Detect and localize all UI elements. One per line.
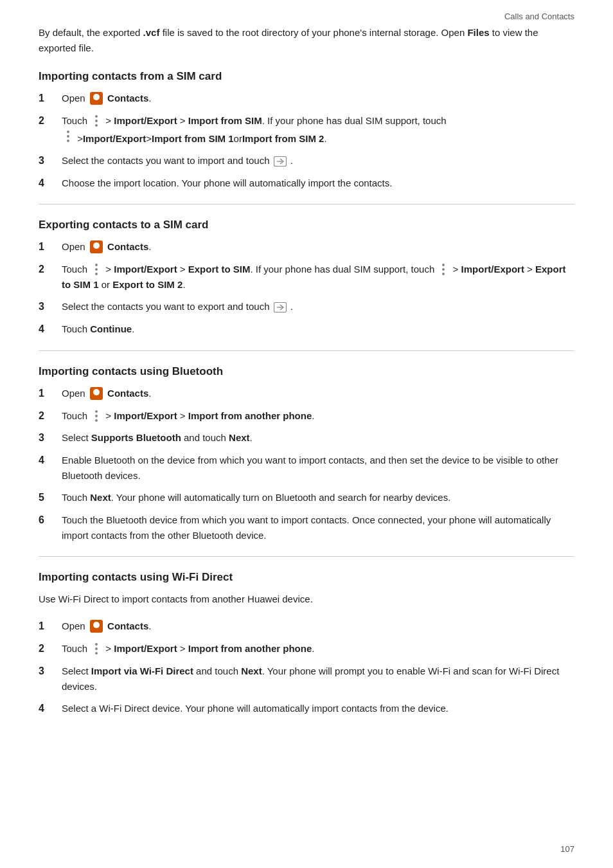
section-import-sim: Importing contacts from a SIM card 1 Ope… <box>39 70 574 191</box>
breadcrumb: Calls and Contacts <box>39 12 574 21</box>
step-content: Open Contacts. <box>62 91 574 106</box>
step-item: 2 Touch > Import/Export > Import from SI… <box>39 113 574 147</box>
section-title-import-wifi-direct: Importing contacts using Wi-Fi Direct <box>39 571 574 584</box>
step-item: 3 Select Import via Wi-Fi Direct and tou… <box>39 664 574 694</box>
step-item: 2 Touch > Import/Export > Import from an… <box>39 641 574 657</box>
step-item: 1 Open Contacts. <box>39 386 574 402</box>
step-item: 4 Enable Bluetooth on the device from wh… <box>39 453 574 484</box>
page-number: 107 <box>560 844 574 854</box>
step-number: 4 <box>39 176 62 192</box>
step-item: 4 Touch Continue. <box>39 321 574 338</box>
step-item: 2 Touch > Import/Export > Export to SIM.… <box>39 262 574 293</box>
step-number: 1 <box>39 386 62 402</box>
step-item: 1 Open Contacts. <box>39 619 574 635</box>
step-item: 3 Select Supports Bluetooth and touch Ne… <box>39 430 574 446</box>
step-content: Touch > Import/Export > Import from anot… <box>62 408 574 424</box>
step-item: 2 Touch > Import/Export > Import from an… <box>39 408 574 424</box>
wifi-direct-intro: Use Wi-Fi Direct to import contacts from… <box>39 592 574 607</box>
step-content: Open Contacts. <box>62 386 574 401</box>
step-content: Touch Continue. <box>62 321 574 337</box>
step-item: 5 Touch Next. Your phone will automatica… <box>39 490 574 506</box>
step-content: Touch > Import/Export > Import from anot… <box>62 641 574 656</box>
step-number: 3 <box>39 430 62 446</box>
menu-icon <box>438 264 449 275</box>
step-content: Select Import via Wi-Fi Direct and touch… <box>62 664 574 694</box>
contacts-icon <box>90 620 103 633</box>
step-number: 5 <box>39 490 62 506</box>
step-content: Touch > Import/Export > Import from SIM.… <box>62 113 574 147</box>
step-item: 6 Touch the Bluetooth device from which … <box>39 512 574 543</box>
contacts-icon <box>90 240 103 253</box>
step-number: 4 <box>39 453 62 469</box>
step-content: Choose the import location. Your phone w… <box>62 176 574 191</box>
menu-icon <box>63 131 73 142</box>
contacts-icon <box>90 387 103 400</box>
step-number: 4 <box>39 321 62 338</box>
step-number: 3 <box>39 299 62 315</box>
step-item: 3 Select the contacts you want to import… <box>39 153 574 169</box>
step-number: 2 <box>39 262 62 278</box>
step-number: 2 <box>39 113 62 129</box>
step-number: 3 <box>39 664 62 680</box>
step-content: Select the contacts you want to import a… <box>62 153 574 168</box>
section-import-wifi-direct: Importing contacts using Wi-Fi Direct Us… <box>39 571 574 716</box>
step-content: Select a Wi-Fi Direct device. Your phone… <box>62 701 574 716</box>
step-number: 4 <box>39 701 62 717</box>
section-export-sim: Exporting contacts to a SIM card 1 Open … <box>39 219 574 337</box>
step-number: 1 <box>39 619 62 635</box>
menu-icon <box>91 410 102 422</box>
forward-icon <box>274 156 287 166</box>
menu-icon <box>91 264 102 275</box>
contacts-icon <box>90 92 103 105</box>
step-item: 3 Select the contacts you want to export… <box>39 299 574 315</box>
section-title-export-sim: Exporting contacts to a SIM card <box>39 219 574 231</box>
intro-paragraph: By default, the exported .vcf file is sa… <box>39 25 574 56</box>
step-content: Open Contacts. <box>62 239 574 255</box>
step-number: 3 <box>39 153 62 169</box>
step-content: Open Contacts. <box>62 619 574 634</box>
step-number: 2 <box>39 408 62 424</box>
step-content: Select Supports Bluetooth and touch Next… <box>62 430 574 446</box>
step-content: Touch Next. Your phone will automaticall… <box>62 490 574 505</box>
step-number: 1 <box>39 91 62 107</box>
step-number: 2 <box>39 641 62 657</box>
step-content: Select the contacts you want to export a… <box>62 299 574 314</box>
step-number: 6 <box>39 512 62 529</box>
section-title-import-bluetooth: Importing contacts using Bluetooth <box>39 365 574 378</box>
step-item: 4 Select a Wi-Fi Direct device. Your pho… <box>39 701 574 717</box>
step-number: 1 <box>39 239 62 255</box>
step-content: Touch the Bluetooth device from which yo… <box>62 512 574 543</box>
section-import-bluetooth: Importing contacts using Bluetooth 1 Ope… <box>39 365 574 543</box>
menu-icon <box>91 115 102 127</box>
step-item: 1 Open Contacts. <box>39 239 574 255</box>
forward-icon <box>274 302 287 312</box>
step-item: 1 Open Contacts. <box>39 91 574 107</box>
section-title-import-sim: Importing contacts from a SIM card <box>39 70 574 83</box>
menu-icon <box>91 643 102 655</box>
step-item: 4 Choose the import location. Your phone… <box>39 176 574 192</box>
step-content: Touch > Import/Export > Export to SIM. I… <box>62 262 574 293</box>
step-content: Enable Bluetooth on the device from whic… <box>62 453 574 484</box>
